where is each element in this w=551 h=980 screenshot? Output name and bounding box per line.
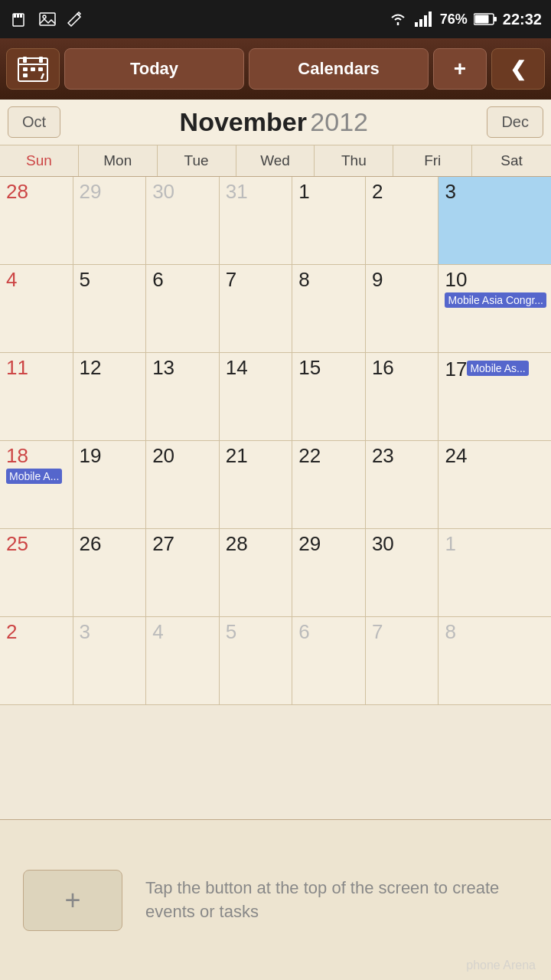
svg-rect-4 xyxy=(40,13,55,25)
calendar-cell[interactable]: 26 xyxy=(73,529,147,617)
calendar-cell[interactable]: 2 xyxy=(0,617,73,705)
calendar-cell[interactable]: 23 xyxy=(366,441,439,529)
calendar-cell[interactable]: 8 xyxy=(292,265,366,353)
day-number: 30 xyxy=(152,180,174,203)
next-month-button[interactable]: Dec xyxy=(487,106,543,138)
day-number: 28 xyxy=(6,180,28,203)
day-number: 10 xyxy=(445,268,467,291)
svg-rect-1 xyxy=(14,14,16,18)
svg-rect-9 xyxy=(429,11,432,27)
day-number: 2 xyxy=(372,180,383,203)
calendar-cell[interactable]: 22 xyxy=(292,441,366,529)
calendar-cell[interactable]: 15 xyxy=(292,353,366,441)
day-number: 27 xyxy=(152,532,174,555)
event-badge[interactable]: Mobile Asia Congr... xyxy=(445,292,546,308)
day-number: 4 xyxy=(6,268,17,291)
calendar-cell[interactable]: 27 xyxy=(146,529,220,617)
header-sat: Sat xyxy=(472,145,551,176)
calendar-cell[interactable]: 28 xyxy=(220,529,293,617)
calendar-cell[interactable]: 13 xyxy=(146,353,220,441)
calendar-cell[interactable]: 9 xyxy=(366,265,439,353)
calendar-cell[interactable]: 16 xyxy=(366,353,439,441)
day-number: 30 xyxy=(372,532,394,555)
svg-rect-19 xyxy=(38,67,43,71)
header-thu: Thu xyxy=(315,145,393,176)
month-nav: Oct November 2012 Dec xyxy=(0,100,551,145)
add-event-button[interactable]: + xyxy=(433,48,487,90)
status-icons xyxy=(9,8,86,30)
svg-rect-8 xyxy=(424,15,427,27)
calendar-cell[interactable]: 6 xyxy=(146,265,220,353)
svg-rect-16 xyxy=(39,57,43,63)
header-mon: Mon xyxy=(79,145,158,176)
prev-month-button[interactable]: Oct xyxy=(8,106,60,138)
status-right: 76% 22:32 xyxy=(388,11,542,28)
battery-level: 76% xyxy=(440,11,468,28)
calendar-cell[interactable]: 8 xyxy=(439,617,551,705)
calendar-cell[interactable]: 19 xyxy=(73,441,147,529)
calendar-cell[interactable]: 14 xyxy=(220,353,293,441)
svg-rect-15 xyxy=(23,57,27,63)
svg-rect-20 xyxy=(23,74,28,77)
event-badge[interactable]: Mobile A... xyxy=(6,469,62,484)
calendar-cell[interactable]: 10Mobile Asia Congr... xyxy=(439,265,551,353)
calendar-cell[interactable]: 2 xyxy=(366,177,439,265)
calendar-cell[interactable]: 18Mobile A... xyxy=(0,441,73,529)
day-number: 7 xyxy=(226,268,236,291)
calendar-cell[interactable]: 11 xyxy=(0,353,73,441)
day-number: 6 xyxy=(152,268,163,291)
calendar-cell[interactable]: 3 xyxy=(439,177,551,265)
event-badge[interactable]: Mobile As... xyxy=(467,361,528,376)
day-number: 22 xyxy=(298,444,321,467)
day-number: 28 xyxy=(226,532,248,555)
calendar-cell[interactable]: 17Mobile As... xyxy=(439,353,551,441)
today-button[interactable]: Today xyxy=(64,48,244,90)
calendar-view-button[interactable] xyxy=(6,48,60,90)
day-number: 16 xyxy=(372,356,394,379)
back-button[interactable]: ❮ xyxy=(491,48,545,90)
calendar-cell[interactable]: 1 xyxy=(292,177,366,265)
calendars-button[interactable]: Calendars xyxy=(249,48,429,90)
svg-rect-18 xyxy=(31,67,35,71)
calendar-cell[interactable]: 20 xyxy=(146,441,220,529)
calendar-cell[interactable]: 4 xyxy=(0,265,73,353)
bottom-hint-text: Tap the button at the top of the screen … xyxy=(145,877,528,924)
day-number: 5 xyxy=(80,268,90,291)
bottom-area: + Tap the button at the top of the scree… xyxy=(0,819,551,980)
svg-rect-6 xyxy=(415,22,418,27)
calendar-cell[interactable]: 12 xyxy=(73,353,147,441)
day-number: 19 xyxy=(80,444,102,467)
day-number: 21 xyxy=(226,444,248,467)
day-number: 12 xyxy=(80,356,102,379)
calendar-cell[interactable]: 30 xyxy=(146,177,220,265)
calendar-cell[interactable]: 25 xyxy=(0,529,73,617)
calendar-cell[interactable]: 6 xyxy=(292,617,366,705)
calendar-cell[interactable]: 4 xyxy=(146,617,220,705)
calendar-cell[interactable]: 29 xyxy=(73,177,147,265)
calendar-cell[interactable]: 29 xyxy=(292,529,366,617)
calendar-cell[interactable]: 1 xyxy=(439,529,551,617)
calendar-cell[interactable]: 30 xyxy=(366,529,439,617)
top-nav: Today Calendars + ❮ xyxy=(0,38,551,100)
calendar-cell[interactable]: 3 xyxy=(73,617,147,705)
calendar-cell[interactable]: 31 xyxy=(220,177,293,265)
day-number: 11 xyxy=(6,356,28,379)
calendar-cell[interactable]: 7 xyxy=(220,265,293,353)
calendar-cell[interactable]: 21 xyxy=(220,441,293,529)
calendar-cell[interactable]: 5 xyxy=(73,265,147,353)
day-number: 3 xyxy=(445,180,455,203)
add-task-button[interactable]: + xyxy=(23,870,122,931)
svg-rect-17 xyxy=(23,67,28,71)
day-number: 18 xyxy=(6,444,28,467)
calendar-cell[interactable]: 5 xyxy=(220,617,293,705)
calendar-cell[interactable]: 24 xyxy=(439,441,551,529)
calendar-cell[interactable]: 28 xyxy=(0,177,73,265)
svg-point-5 xyxy=(43,15,46,18)
svg-rect-3 xyxy=(20,14,22,18)
calendar-cell[interactable]: 7 xyxy=(366,617,439,705)
day-number: 24 xyxy=(445,444,467,467)
status-bar: 76% 22:32 xyxy=(0,0,551,38)
svg-rect-11 xyxy=(494,17,497,21)
day-number: 14 xyxy=(226,356,248,379)
day-number: 25 xyxy=(6,532,28,555)
